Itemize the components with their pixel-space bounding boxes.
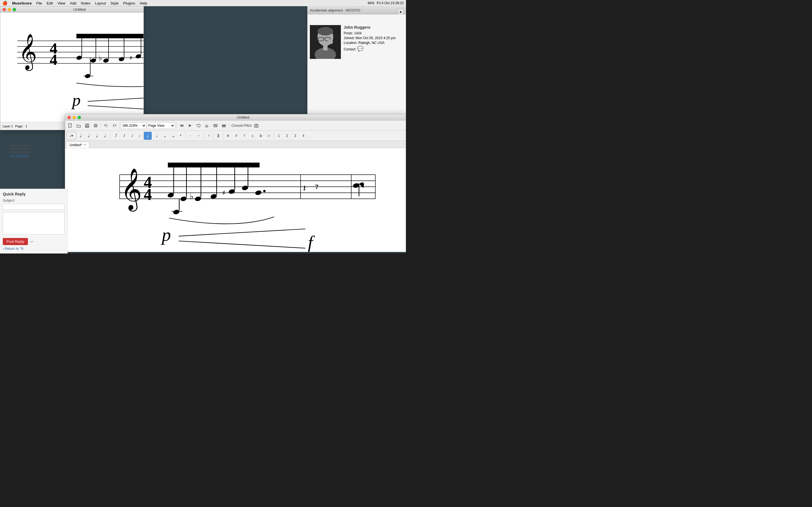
svg-rect-31 bbox=[86, 126, 89, 127]
tab-close-button[interactable]: ✕ bbox=[84, 143, 86, 147]
post-reply-button[interactable]: Post Reply bbox=[3, 238, 28, 245]
score-notation-main: 𝄞 4 4 ♭ ♯ bbox=[65, 148, 406, 252]
quick-reply-section: Quick Reply Subject: Post Reply ↩ ‹ Retu… bbox=[0, 189, 68, 253]
voice4-button[interactable]: ♩ bbox=[101, 132, 109, 140]
ms2-close-button[interactable] bbox=[67, 116, 71, 119]
rest-button[interactable]: 𝄽 bbox=[204, 132, 212, 140]
score-content-area: 𝄞 4 4 ♭ ♯ bbox=[65, 148, 406, 252]
flat-button[interactable]: ♭ bbox=[249, 132, 257, 140]
svg-text:f: f bbox=[308, 232, 315, 252]
musescore-menu[interactable]: MuseScore bbox=[12, 1, 32, 5]
quarter-note-button[interactable]: ♩ bbox=[144, 132, 152, 140]
toolbar-sep3 bbox=[176, 122, 176, 129]
svg-text:𝄽: 𝄽 bbox=[303, 185, 306, 191]
finger2-button[interactable]: 2 bbox=[283, 132, 291, 140]
open-file-button[interactable] bbox=[75, 122, 83, 129]
flip-direction-button[interactable]: ✕ bbox=[224, 132, 232, 140]
svg-text:+: + bbox=[69, 125, 70, 127]
battery-status: 94% bbox=[368, 1, 374, 5]
minimize-button[interactable] bbox=[8, 8, 11, 11]
double-flat-button[interactable]: 𝄫 bbox=[257, 132, 265, 140]
save-file-button[interactable] bbox=[83, 122, 91, 129]
svg-text:4: 4 bbox=[144, 185, 152, 204]
svg-point-79 bbox=[195, 196, 202, 202]
maximize-button[interactable] bbox=[13, 8, 16, 11]
sys-line2: Finale 2014d w bbox=[10, 147, 32, 151]
64th-note-button[interactable]: 𝅘𝅥𝅱 bbox=[111, 132, 119, 140]
32nd-note-button[interactable]: 𝅘𝅥𝅰 bbox=[119, 132, 127, 140]
mixer-button[interactable] bbox=[211, 122, 219, 129]
subject-input[interactable] bbox=[3, 204, 64, 210]
metronome-toggle[interactable] bbox=[203, 122, 211, 129]
apple-menu[interactable]: 🍎 bbox=[2, 1, 8, 6]
natural-button[interactable]: ♮ bbox=[241, 132, 248, 140]
tuplet-button[interactable]: 3 bbox=[214, 132, 222, 140]
screenshot-button[interactable] bbox=[252, 122, 260, 129]
finger4-button[interactable]: 4 bbox=[299, 132, 307, 140]
location-stat: Location: Raleigh, NC USA bbox=[344, 41, 403, 45]
print-button[interactable] bbox=[92, 122, 100, 129]
finger3-button[interactable]: 3 bbox=[291, 132, 299, 140]
svg-marker-36 bbox=[116, 125, 116, 126]
contact-icon[interactable]: 💬 bbox=[357, 46, 363, 52]
sys-link[interactable]: http://www.ca bbox=[10, 154, 32, 157]
redo-button[interactable] bbox=[110, 122, 118, 129]
double-whole-button[interactable]: 𝅜 bbox=[168, 132, 176, 140]
close-button[interactable] bbox=[3, 8, 6, 11]
style-menu[interactable]: Style bbox=[110, 1, 119, 5]
note-sep6 bbox=[274, 132, 274, 139]
loop-button[interactable] bbox=[195, 122, 202, 129]
undo-button[interactable] bbox=[102, 122, 110, 129]
layout-menu[interactable]: Layout bbox=[95, 1, 106, 5]
ms2-minimize-button[interactable] bbox=[72, 116, 76, 119]
play-button[interactable] bbox=[186, 122, 194, 129]
svg-line-98 bbox=[179, 229, 305, 236]
user-name: John Ruggero bbox=[344, 25, 403, 30]
plugins-menu[interactable]: Plugins bbox=[123, 1, 135, 5]
message-textarea[interactable] bbox=[3, 212, 64, 235]
main-toolbar: + bbox=[65, 121, 406, 131]
return-link-text[interactable]: Return to "N bbox=[5, 247, 23, 251]
double-dot-button[interactable]: ·· bbox=[195, 132, 202, 140]
dot-button[interactable]: · bbox=[186, 132, 194, 140]
finger1-button[interactable]: 1 bbox=[275, 132, 283, 140]
user-info: John Ruggero Posts: 1434 Joined: Mon Oct… bbox=[344, 25, 403, 59]
svg-text:𝄞: 𝄞 bbox=[121, 168, 142, 212]
note-toolbar: ♩▾ ♩ ♩ ♩ ♩ 𝅘𝅥𝅱 𝅘𝅥𝅰 𝅘𝅥𝅯 ♪ ♩ 𝅗𝅥 𝅝 𝅜 𝄺 · ··… bbox=[65, 131, 406, 141]
zoom-selector[interactable]: 396.229% bbox=[121, 122, 146, 129]
layer-label-bg: Layer 1 bbox=[3, 124, 13, 128]
voice2-button[interactable]: ♩ bbox=[85, 132, 93, 140]
note-input-mode-button[interactable]: ♩▾ bbox=[66, 132, 77, 140]
view-mode-selector[interactable]: Page View bbox=[147, 122, 175, 129]
svg-point-89 bbox=[263, 190, 266, 192]
new-score-button[interactable]: + bbox=[66, 122, 74, 129]
forum-panel: Accidentals alignment - NOTATIO + ▲ bbox=[307, 6, 406, 119]
view-menu[interactable]: View bbox=[57, 1, 65, 5]
untitled-tab[interactable]: Untitled* ✕ bbox=[66, 142, 89, 148]
whole-note-button[interactable]: 𝅝 bbox=[160, 132, 168, 140]
sharp-button[interactable]: ♯ bbox=[232, 132, 240, 140]
file-menu[interactable]: File bbox=[36, 1, 42, 5]
ms2-window-title: Untitled bbox=[83, 115, 403, 119]
rewind-button[interactable] bbox=[177, 122, 186, 129]
edit-menu[interactable]: Edit bbox=[47, 1, 53, 5]
svg-rect-57 bbox=[223, 125, 224, 126]
help-menu[interactable]: Help bbox=[140, 1, 147, 5]
redo-icon bbox=[112, 123, 117, 128]
toolbar-sep1 bbox=[101, 122, 101, 129]
notes-menu[interactable]: Notes bbox=[81, 1, 91, 5]
piano-roll-button[interactable] bbox=[220, 122, 228, 129]
voice1-button[interactable]: ♩ bbox=[77, 132, 85, 140]
16th-note-button[interactable]: 𝅘𝅥𝅯 bbox=[128, 132, 135, 140]
voice3-button[interactable]: ♩ bbox=[93, 132, 101, 140]
loop-icon bbox=[196, 123, 201, 128]
half-note-button[interactable]: 𝅗𝅥 bbox=[152, 132, 160, 140]
8th-note-button[interactable]: ♪ bbox=[136, 132, 144, 140]
ms2-maximize-button[interactable] bbox=[78, 116, 81, 119]
breve-button[interactable]: 𝄺 bbox=[176, 132, 185, 140]
custom-acc-button[interactable]: ♭↑ bbox=[265, 132, 273, 140]
svg-marker-40 bbox=[197, 125, 198, 126]
add-menu[interactable]: Add bbox=[70, 1, 77, 5]
metronome-icon bbox=[205, 123, 209, 128]
return-link[interactable]: ‹ Return to "N bbox=[3, 247, 64, 251]
